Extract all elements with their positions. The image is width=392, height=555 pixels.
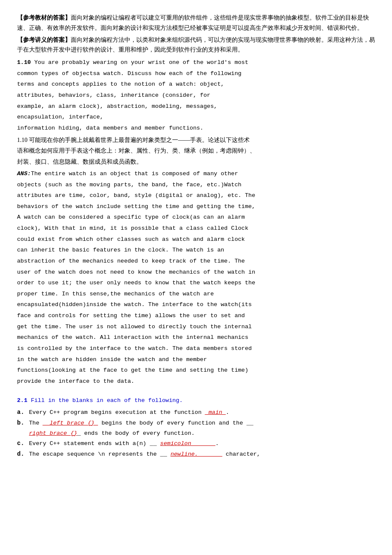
ans-line7: could exist from which other classes suc… (17, 234, 375, 245)
item-a-label: a. (17, 408, 29, 418)
ans-line1: ANS:The entire watch is an object that i… (17, 169, 375, 179)
section-110-chinese-line3: 封装、接口、信息隐藏、数据成员和成员函数。 (17, 157, 375, 167)
section-110-chinese-text: 1.10 可能现在你的手腕上就戴着世界上最普遍的对象类型之一——手表。论述以下这… (17, 135, 375, 145)
section-110-line6: encapsulation, interface, (17, 112, 375, 122)
para-lecture-answer: 【参考讲义的答案】面向对象的编程方法中，以类和对象来组织源代码，可以方便的实现与… (17, 35, 375, 55)
bracket-label-lecture: 【参考讲义的答案】 (17, 37, 71, 43)
section-21-item-d: d. The escape sequence \n represents the… (17, 449, 375, 460)
ans-line3: attributes are time, color, band, style … (17, 191, 375, 201)
section-110-line2: common types of objectsa watch. Discuss … (17, 69, 375, 79)
ans-line16: mechanics of the watch. All interaction … (17, 332, 375, 343)
section-21-item-a: a. Every C++ program begins execution at… (17, 408, 375, 418)
item-d-label: d. (17, 449, 29, 460)
section-21-title-text: Fill in the blanks in each of the follow… (31, 397, 182, 404)
ans-line12: proper time. In this sense,the mechanics… (17, 289, 375, 299)
item-c-content: Every C++ statement ends with a(n) __ se… (29, 439, 375, 449)
ans-line20: provide the interface to the data. (17, 376, 375, 387)
item-a-content: Every C++ program begins execution at th… (29, 408, 375, 418)
section-110-chinese-line2: 语和概念如何应用于手表这个概念上：对象、属性、行为、类、继承（例如，考虑闹钟）、 (17, 146, 375, 156)
ans-line18: in the watch are hidden inside the watch… (17, 355, 375, 365)
section-21-item-c: c. Every C++ statement ends with a(n) __… (17, 439, 375, 449)
item-d-blank: newline._______ (170, 451, 222, 457)
textbook-answer-text: 【参考教材的答案】面向对象的编程让编程者可以建立可重用的软件组件，这些组件是现实… (17, 13, 375, 33)
ans-line6: clock), With that in mind, it is possibl… (17, 223, 375, 234)
item-b-content: The __left brace {}_ begins the body of … (29, 418, 375, 438)
section-110-english-text: You are probably wearing on your wrist o… (35, 59, 248, 66)
spacer (17, 388, 375, 396)
section-110-ans: ANS:The entire watch is an object that i… (17, 169, 375, 387)
item-b-label: b. (17, 418, 29, 438)
ans-line11: order to use it; the user only needs to … (17, 278, 375, 288)
ans-line8: can inherit the basic features in the cl… (17, 245, 375, 255)
section-21-number: 2.1 (17, 397, 27, 404)
item-d-content: The escape sequence \n represents the __… (29, 449, 375, 460)
bracket-label-textbook: 【参考教材的答案】 (17, 14, 71, 21)
section-110-line7: information hiding, data members and mem… (17, 123, 375, 133)
item-b-blank2: right brace {} (29, 430, 77, 436)
item-c-blank: semicolon_______ (160, 440, 216, 447)
item-a-blank: _main_ (205, 409, 226, 416)
ans-line10: user of the watch does not need to know … (17, 267, 375, 278)
ans-line17: is controlled by the interface to the wa… (17, 344, 375, 354)
ans-line14: face and controls for setting the time) … (17, 311, 375, 321)
section-110-line5: example, an alarm clock), abstraction, m… (17, 101, 375, 112)
section-110-line4: attributes, behaviors, class, inheritanc… (17, 90, 375, 101)
section-110: 1.10 You are probably wearing on your wr… (17, 58, 375, 133)
ans-line19: functions(looking at the face to get the… (17, 365, 375, 376)
section-110-chinese: 1.10 可能现在你的手腕上就戴着世界上最普遍的对象类型之一——手表。论述以下这… (17, 135, 375, 167)
section-110-line3: terms and concepts applies to the notion… (17, 79, 375, 90)
lecture-answer-text: 【参考讲义的答案】面向对象的编程方法中，以类和对象来组织源代码，可以方便的实现与… (17, 35, 375, 55)
ans-line15: get the time. The user is not allowed to… (17, 322, 375, 332)
section-110-english: 1.10 You are probably wearing on your wr… (17, 58, 375, 68)
section-110-number: 1.10 (17, 59, 31, 66)
section-21-title: 2.1 Fill in the blanks in each of the fo… (17, 396, 375, 406)
section-21-items: a. Every C++ program begins execution at… (17, 408, 375, 460)
ans-line4: behaviors of the watch include setting t… (17, 202, 375, 212)
lecture-answer-body: 面向对象的编程方法中，以类和对象来组织源代码，可以方便的实现与现实物理世界事物的… (17, 37, 375, 53)
para-textbook-answer: 【参考教材的答案】面向对象的编程让编程者可以建立可重用的软件组件，这些组件是现实… (17, 13, 375, 33)
item-c-label: c. (17, 439, 29, 449)
section-21: 2.1 Fill in the blanks in each of the fo… (17, 396, 375, 406)
ans-line5: A watch can be considered a specific typ… (17, 212, 375, 223)
ans-line9: abstraction of the mechanics needed to k… (17, 256, 375, 266)
ans-line13: encapsulated(hidden)inside the watch. Th… (17, 300, 375, 310)
ans-label: ANS: (17, 171, 31, 177)
item-b-blank1: __left brace {}_ (43, 420, 98, 426)
ans-line2: objects (such as the moving parts, the b… (17, 180, 375, 190)
section-21-item-b: b. The __left brace {}_ begins the body … (17, 418, 375, 438)
